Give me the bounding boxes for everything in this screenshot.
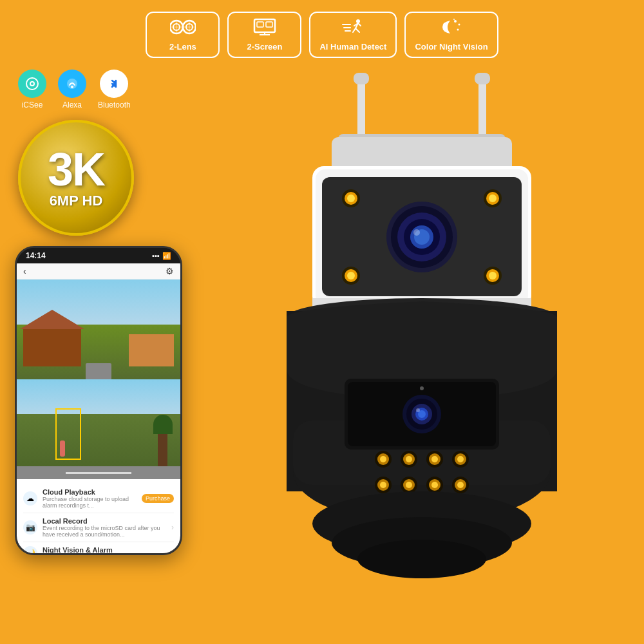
svg-point-58 bbox=[489, 272, 497, 279]
color-night-label: Color Night Vision bbox=[415, 42, 488, 52]
night-text: Night Vision & Alarm Set Light Alarm bbox=[43, 546, 166, 555]
wifi-icon: 📶 bbox=[162, 252, 171, 260]
2screen-label: 2-Screen bbox=[247, 42, 282, 52]
svg-point-99 bbox=[420, 386, 424, 390]
signal-icon: ▪▪▪ bbox=[152, 252, 160, 260]
svg-point-71 bbox=[416, 408, 420, 412]
svg-point-55 bbox=[347, 272, 355, 279]
svg-point-98 bbox=[357, 540, 486, 578]
svg-point-83 bbox=[457, 456, 464, 462]
svg-rect-12 bbox=[266, 22, 272, 27]
svg-point-74 bbox=[380, 456, 386, 462]
feature-2screen: 2-Screen bbox=[227, 12, 301, 58]
svg-line-18 bbox=[358, 23, 361, 26]
phone-time: 14:14 bbox=[26, 251, 46, 260]
menu-item-night[interactable]: 🌙 Night Vision & Alarm Set Light Alarm › bbox=[23, 542, 174, 555]
left-panel: iCSee Alexa bbox=[12, 70, 211, 604]
svg-point-77 bbox=[406, 456, 412, 462]
local-arrow: › bbox=[171, 523, 174, 532]
svg-rect-32 bbox=[354, 73, 369, 84]
feature-color-night: Color Night Vision bbox=[404, 12, 498, 58]
camera-feed-bottom bbox=[17, 379, 180, 479]
svg-rect-34 bbox=[475, 73, 490, 84]
phone-status-bar: 14:14 ▪▪▪ 📶 bbox=[17, 248, 180, 263]
night-icon: 🌙 bbox=[23, 546, 37, 555]
detection-box bbox=[55, 408, 81, 460]
menu-item-local[interactable]: 📷 Local Record Event recording to the mi… bbox=[23, 513, 174, 542]
svg-point-28 bbox=[31, 82, 33, 85]
cloud-icon: ☁ bbox=[23, 491, 37, 506]
bluetooth-app: Bluetooth bbox=[98, 70, 131, 109]
feature-2lens: 2-Lens bbox=[146, 12, 220, 58]
feature-ai-detect: AI Human Detect bbox=[309, 12, 397, 58]
svg-point-89 bbox=[406, 482, 412, 488]
svg-point-52 bbox=[489, 194, 497, 202]
svg-point-23 bbox=[459, 24, 460, 26]
svg-point-46 bbox=[413, 229, 420, 236]
menu-item-cloud[interactable]: ☁ Cloud Playback Purchase cloud storage … bbox=[23, 484, 174, 513]
2lens-icon bbox=[170, 18, 196, 39]
night-arrow: › bbox=[171, 549, 174, 555]
phone-settings-btn[interactable]: ⚙ bbox=[166, 266, 174, 276]
right-panel bbox=[211, 70, 632, 604]
bluetooth-icon-circle bbox=[100, 70, 128, 98]
svg-rect-11 bbox=[257, 22, 263, 27]
night-title: Night Vision & Alarm bbox=[43, 546, 166, 554]
icsee-icon bbox=[18, 70, 46, 98]
phone-mockup: 14:14 ▪▪▪ 📶 ‹ ⚙ bbox=[15, 246, 182, 555]
night-subtitle: Set Light Alarm bbox=[43, 554, 166, 555]
icsee-app: iCSee bbox=[18, 70, 46, 109]
alexa-label: Alexa bbox=[62, 100, 82, 109]
2screen-icon bbox=[253, 18, 276, 39]
2lens-label: 2-Lens bbox=[169, 42, 196, 52]
camera-feed-top bbox=[17, 279, 180, 379]
camera-illustration bbox=[242, 73, 602, 601]
cloud-text: Cloud Playback Purchase cloud storage to… bbox=[43, 488, 137, 509]
svg-point-86 bbox=[380, 482, 386, 488]
svg-point-22 bbox=[454, 20, 457, 23]
cloud-title: Cloud Playback bbox=[43, 488, 137, 496]
alexa-app: Alexa bbox=[58, 70, 86, 109]
app-menu-list: ☁ Cloud Playback Purchase cloud storage … bbox=[17, 479, 180, 555]
ai-detect-label: AI Human Detect bbox=[319, 42, 386, 52]
local-title: Local Record bbox=[43, 517, 166, 525]
resolution-3k-text: 3K bbox=[48, 146, 104, 193]
cloud-badge: Purchase bbox=[142, 494, 174, 503]
local-record-icon: 📷 bbox=[23, 520, 37, 535]
svg-line-15 bbox=[353, 28, 355, 32]
icsee-label: iCSee bbox=[22, 100, 43, 109]
content-area: iCSee Alexa bbox=[12, 70, 632, 604]
local-text: Local Record Event recording to the micr… bbox=[43, 517, 166, 538]
svg-point-92 bbox=[431, 482, 438, 488]
phone-status-icons: ▪▪▪ 📶 bbox=[152, 252, 171, 260]
resolution-6mp-text: 6MP HD bbox=[50, 193, 103, 209]
app-icons-row: iCSee Alexa bbox=[12, 70, 205, 109]
svg-point-49 bbox=[347, 194, 355, 202]
ai-detect-icon bbox=[341, 18, 365, 39]
main-container: 2-Lens 2-Screen bbox=[0, 0, 644, 644]
cloud-subtitle: Purchase cloud storage to upload alarm r… bbox=[43, 496, 137, 509]
svg-rect-8 bbox=[254, 19, 275, 32]
svg-point-24 bbox=[457, 29, 459, 31]
alexa-icon bbox=[58, 70, 86, 98]
phone-back-btn[interactable]: ‹ bbox=[23, 266, 26, 276]
color-night-icon bbox=[440, 18, 463, 39]
resolution-badge: 3K 6MP HD bbox=[18, 120, 134, 236]
svg-point-30 bbox=[71, 86, 73, 88]
bluetooth-label: Bluetooth bbox=[98, 100, 131, 109]
features-row: 2-Lens 2-Screen bbox=[12, 12, 632, 58]
svg-point-80 bbox=[431, 456, 438, 462]
svg-point-95 bbox=[457, 482, 464, 488]
svg-point-25 bbox=[453, 19, 455, 20]
svg-line-16 bbox=[355, 28, 359, 32]
local-subtitle: Event recording to the microSD card afte… bbox=[43, 525, 166, 538]
